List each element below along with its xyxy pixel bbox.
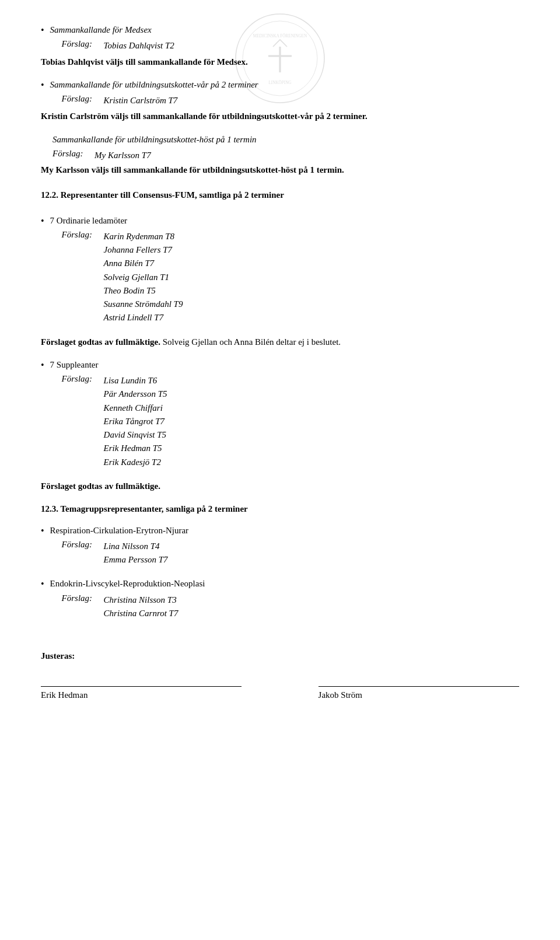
suppleanter-decision: Förslaget godtas av fullmäktige.	[41, 480, 519, 493]
suppleanter-name-5: David Sinqvist T5	[104, 428, 167, 442]
endokrin-section: • Endokrin-Livscykel-Reproduktion-Neopla…	[41, 577, 519, 620]
respiration-name-2: Emma Persson T7	[104, 553, 168, 567]
signer-1-name: Erik Hedman	[41, 690, 88, 700]
ordinarie-decision-normal: Solveig Gjellan och Anna Bilén deltar ej…	[163, 337, 341, 347]
utbildning-var-forslag: Förslag: Kristin Carlström T7	[62, 94, 519, 107]
utbildning-var-forslag-name: Kristin Carlström T7	[104, 94, 178, 107]
endokrin-name-2: Christina Carnrot T7	[104, 607, 178, 620]
ordinarie-name-7: Astrid Lindell T7	[104, 311, 183, 324]
section-12-3-number: 12.3.	[41, 504, 58, 513]
signature-block-1: Erik Hedman	[41, 686, 242, 700]
medsex-forslag-names: Tobias Dahlqvist T2	[104, 39, 174, 53]
utbildning-host-forslag-names: My Karlsson T7	[94, 149, 151, 162]
medsex-bullet: • Sammankallande för Medsex Förslag: Tob…	[41, 23, 519, 53]
endokrin-bullet: • Endokrin-Livscykel-Reproduktion-Neopla…	[41, 577, 519, 620]
suppleanter-forslag: Förslag: Lisa Lundin T6 Pär Andersson T5…	[62, 374, 519, 469]
medsex-content: Sammankallande för Medsex Förslag: Tobia…	[50, 23, 519, 53]
utbildning-host-forslag: Förslag: My Karlsson T7	[52, 149, 519, 162]
respiration-forslag: Förslag: Lina Nilsson T4 Emma Persson T7	[62, 540, 519, 567]
respiration-name: Respiration-Cirkulation-Erytron-Njurar	[50, 524, 519, 537]
ordinarie-forslag-label: Förslag:	[62, 230, 97, 325]
suppleanter-name-2: Pär Andersson T5	[104, 387, 167, 401]
ordinarie-label: 7 Ordinarie ledamöter	[50, 214, 519, 228]
respiration-bullet: • Respiration-Cirkulation-Erytron-Njurar…	[41, 524, 519, 567]
utbildning-host-decision: My Karlsson väljs till sammankallande fö…	[41, 163, 519, 177]
section-12-3-heading: 12.3. Temagruppsrepresentanter, samliga …	[41, 502, 519, 516]
suppleanter-forslag-label: Förslag:	[62, 374, 97, 469]
bullet-dot-1: •	[41, 23, 44, 37]
respiration-name-1: Lina Nilsson T4	[104, 540, 168, 553]
bullet-dot-6: •	[41, 577, 44, 591]
ordinarie-name-2: Johanna Fellers T7	[104, 243, 183, 257]
justeras-section: Justeras: Erik Hedman Jakob Ström	[41, 649, 519, 700]
suppleanter-label: 7 Suppleanter	[50, 358, 519, 372]
suppleanter-name-6: Erik Hedman T5	[104, 442, 167, 455]
utbildning-var-forslag-label: Förslag:	[62, 94, 97, 107]
suppleanter-content: 7 Suppleanter Förslag: Lisa Lundin T6 Pä…	[50, 358, 519, 469]
ordinarie-name-5: Theo Bodin T5	[104, 284, 183, 298]
utbildning-var-bullet: • Sammankallande för utbildningsutskotte…	[41, 78, 519, 108]
suppleanter-forslag-names: Lisa Lundin T6 Pär Andersson T5 Kenneth …	[104, 374, 167, 469]
medsex-forslag-name: Tobias Dahlqvist T2	[104, 39, 174, 53]
utbildning-var-content: Sammankallande för utbildningsutskottet-…	[50, 78, 519, 108]
bullet-dot-3: •	[41, 214, 44, 228]
utbildning-host-forslag-name: My Karlsson T7	[94, 149, 151, 162]
utbildning-var-decision: Kristin Carlström väljs till sammankalla…	[41, 110, 519, 123]
ordinarie-decision-bold: Förslaget godtas av fullmäktige.	[41, 337, 160, 347]
medsex-title: Sammankallande för Medsex	[50, 23, 519, 37]
respiration-content: Respiration-Cirkulation-Erytron-Njurar F…	[50, 524, 519, 567]
medsex-decision: Tobias Dahlqvist väljs till sammankallan…	[41, 55, 519, 69]
respiration-section: • Respiration-Cirkulation-Erytron-Njurar…	[41, 524, 519, 567]
utbildning-host-forslag-label: Förslag:	[52, 149, 88, 162]
medsex-forslag-label: Förslag:	[62, 39, 97, 53]
section-12-2: 12.2. Representanter till Consensus-FUM,…	[41, 188, 519, 202]
section-12-2-heading: 12.2. Representanter till Consensus-FUM,…	[41, 188, 519, 202]
utbildning-var-forslag-names: Kristin Carlström T7	[104, 94, 178, 107]
ordinarie-content: 7 Ordinarie ledamöter Förslag: Karin Ryd…	[50, 214, 519, 325]
suppleanter-name-1: Lisa Lundin T6	[104, 374, 167, 387]
medsex-section: • Sammankallande för Medsex Förslag: Tob…	[41, 23, 519, 69]
utbildning-host-title: Sammankallande för utbildningsutskottet-…	[52, 133, 519, 146]
ordinarie-bullet: • 7 Ordinarie ledamöter Förslag: Karin R…	[41, 214, 519, 325]
medsex-forslag: Förslag: Tobias Dahlqvist T2	[62, 39, 519, 53]
ordinarie-name-4: Solveig Gjellan T1	[104, 271, 183, 284]
bullet-dot-5: •	[41, 524, 44, 538]
endokrin-forslag-names: Christina Nilsson T3 Christina Carnrot T…	[104, 593, 178, 621]
ordinarie-decision: Förslaget godtas av fullmäktige. Solveig…	[41, 336, 519, 349]
respiration-forslag-label: Förslag:	[62, 540, 97, 567]
suppleanter-bullet: • 7 Suppleanter Förslag: Lisa Lundin T6 …	[41, 358, 519, 469]
bullet-dot-4: •	[41, 358, 44, 372]
ordinarie-name-3: Anna Bilén T7	[104, 257, 183, 270]
signature-block-2: Jakob Ström	[318, 686, 519, 700]
utbildning-host-section: Sammankallande för utbildningsutskottet-…	[41, 133, 519, 177]
endokrin-name-1: Christina Nilsson T3	[104, 593, 178, 607]
ordinarie-name-1: Karin Rydenman T8	[104, 230, 183, 243]
utbildning-var-title: Sammankallande för utbildningsutskottet-…	[50, 78, 519, 92]
respiration-forslag-names: Lina Nilsson T4 Emma Persson T7	[104, 540, 168, 567]
endokrin-content: Endokrin-Livscykel-Reproduktion-Neoplasi…	[50, 577, 519, 620]
justeras-label: Justeras:	[41, 649, 519, 663]
section-12-3-title: Temagruppsrepresentanter, samliga på 2 t…	[60, 504, 247, 513]
utbildning-var-section: • Sammankallande för utbildningsutskotte…	[41, 78, 519, 124]
endokrin-name: Endokrin-Livscykel-Reproduktion-Neoplasi	[50, 577, 519, 590]
endokrin-forslag: Förslag: Christina Nilsson T3 Christina …	[62, 593, 519, 621]
ordinarie-forslag: Förslag: Karin Rydenman T8 Johanna Felle…	[62, 230, 519, 325]
suppleanter-name-4: Erika Tångrot T7	[104, 415, 167, 428]
main-content: • Sammankallande för Medsex Förslag: Tob…	[41, 23, 519, 700]
signature-line-2	[318, 686, 519, 687]
ordinarie-forslag-names: Karin Rydenman T8 Johanna Fellers T7 Ann…	[104, 230, 183, 325]
signatures: Erik Hedman Jakob Ström	[41, 686, 519, 700]
suppleanter-name-3: Kenneth Chiffari	[104, 401, 167, 415]
suppleanter-name-7: Erik Kadesjö T2	[104, 456, 167, 469]
ordinarie-section: • 7 Ordinarie ledamöter Förslag: Karin R…	[41, 214, 519, 325]
suppleanter-section: • 7 Suppleanter Förslag: Lisa Lundin T6 …	[41, 358, 519, 469]
endokrin-forslag-label: Förslag:	[62, 593, 97, 621]
signature-line-1	[41, 686, 242, 687]
bullet-dot-2: •	[41, 78, 44, 92]
ordinarie-name-6: Susanne Strömdahl T9	[104, 298, 183, 311]
suppleanter-decision-bold: Förslaget godtas av fullmäktige.	[41, 481, 160, 491]
signer-2-name: Jakob Ström	[318, 690, 362, 700]
